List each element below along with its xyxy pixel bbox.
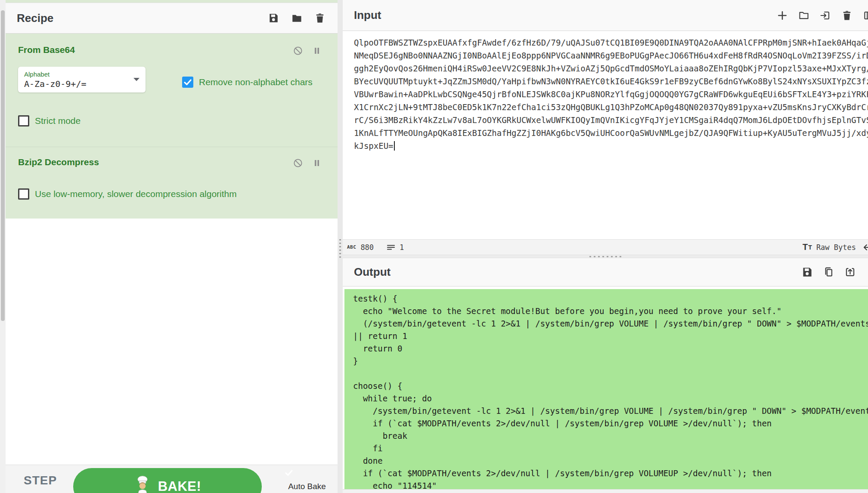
output-panel: Output testk() { echo "Welcome to the Se… xyxy=(343,258,868,493)
output-header: Output xyxy=(343,258,868,287)
operations-scrollbar[interactable] xyxy=(0,0,6,493)
recipe-panel: Recipe From Base64 xyxy=(6,0,338,493)
auto-bake-control[interactable]: Auto Bake xyxy=(283,467,331,491)
low-memory-checkbox[interactable]: Use low-memory, slower decompression alg… xyxy=(18,188,237,200)
open-folder-icon[interactable] xyxy=(798,10,809,21)
input-title: Input xyxy=(354,9,381,22)
code-line: if (`cat $MODPATH/events 2>/dev/null | /… xyxy=(353,417,868,430)
maximise-output-icon[interactable] xyxy=(844,266,856,278)
strict-mode-checkbox[interactable]: Strict mode xyxy=(18,115,81,126)
code-line: VBUwrBawin+AaDPkLwbCSQNge45QjrBfoNLEJSWk… xyxy=(354,88,868,101)
input-footer: ABC 880 1 TT Raw Bytes xyxy=(343,239,868,255)
open-input-icon[interactable] xyxy=(820,10,831,21)
code-line: (/system/bin/getevent -lc 1 2>&1 | /syst… xyxy=(353,317,868,330)
recipe-title: Recipe xyxy=(17,12,53,25)
code-line: BYecUVQUUTMptuykt+JqZZmJSM0dQ/YaHpifbwN3… xyxy=(354,75,868,88)
encoding-selector[interactable]: Raw Bytes xyxy=(816,243,856,252)
auto-bake-label: Auto Bake xyxy=(283,482,331,491)
checkbox-unchecked[interactable] xyxy=(18,115,29,126)
left-arrow-icon[interactable] xyxy=(862,242,868,253)
clear-recipe-trash-icon[interactable] xyxy=(314,12,326,24)
cyberchef-app: Recipe From Base64 xyxy=(0,0,868,493)
recipe-controls-bar: STEP BAKE! Auto Bake xyxy=(6,465,338,493)
code-line: rC/S6i3MBzRikY4kZzLw7v8aL7oOYKGRkUCWxelw… xyxy=(354,114,868,126)
input-textarea[interactable]: QlpoOTFBWSZTWZspxEUAAfxfgFAwdef/6zfHz6D/… xyxy=(343,31,868,239)
code-line: done xyxy=(353,455,868,467)
pause-operation-icon[interactable] xyxy=(312,46,322,56)
code-line: /system/bin/getevent -lc 1 2>&1 | /syste… xyxy=(353,405,868,417)
code-line: if (`cat $MODPATH/events 2>/dev/null | /… xyxy=(353,467,868,480)
remove-nonalphabet-checkbox[interactable]: Remove non-alphabet chars xyxy=(182,77,313,88)
character-count-icon: ABC xyxy=(347,244,356,250)
save-output-icon[interactable] xyxy=(801,266,813,278)
output-title: Output xyxy=(354,265,391,279)
scrollbar-thumb[interactable] xyxy=(1,10,5,321)
chef-icon xyxy=(134,475,151,493)
encoding-icon[interactable]: T xyxy=(803,242,808,252)
disable-operation-icon[interactable] xyxy=(293,158,303,168)
operation-bzip2-decompress[interactable]: Bzip2 Decompress Use low-memory, slower … xyxy=(6,147,338,219)
auto-bake-checkbox[interactable] xyxy=(283,467,331,478)
code-line: || return 1 xyxy=(353,330,868,342)
code-line: fi xyxy=(353,442,868,455)
alphabet-select[interactable]: Alphabet A-Za-z0-9+/= xyxy=(18,67,146,92)
clipped-icon[interactable] xyxy=(863,10,868,21)
alphabet-label: Alphabet xyxy=(24,71,146,78)
line-count: 1 xyxy=(400,243,404,252)
bake-button[interactable]: BAKE! xyxy=(73,468,262,493)
checkbox-unchecked[interactable] xyxy=(18,188,29,200)
io-splitter[interactable] xyxy=(343,255,868,258)
character-count: 880 xyxy=(360,243,374,252)
code-line: X1CrnXc2jLN+9tMTJ8beC0ED5k1K7n22efCha1ci… xyxy=(354,101,868,114)
output-footer xyxy=(343,489,868,493)
save-recipe-icon[interactable] xyxy=(268,12,279,24)
chevron-down-icon xyxy=(133,78,140,81)
input-panel: Input QlpoOTFBWSZTWZspxEUAAfxfg xyxy=(343,0,868,255)
copy-output-icon[interactable] xyxy=(823,266,834,278)
operation-title: From Base64 xyxy=(18,45,75,55)
alphabet-value: A-Za-z0-9+/= xyxy=(24,79,146,89)
recipe-empty-area xyxy=(6,219,338,465)
code-line: } xyxy=(353,355,868,367)
code-line: choose() { xyxy=(353,380,868,392)
pause-operation-icon[interactable] xyxy=(312,158,322,168)
code-line: NMeqDSEJ6gNBo0NNAAZNGjI0NBoAAlEjEo8ppp6N… xyxy=(354,49,868,62)
checkbox-label: Remove non-alphabet chars xyxy=(199,77,313,87)
code-line: return 0 xyxy=(353,342,868,355)
line-count-icon xyxy=(387,244,395,251)
code-line: testk() { xyxy=(353,293,868,305)
checkbox-checked[interactable] xyxy=(182,77,193,88)
code-line: ggh2EyQovQos26HmeniQH4iRSw0JeeVV2C9E8NkJ… xyxy=(354,62,868,75)
code-line: break xyxy=(353,430,868,442)
code-line xyxy=(353,367,868,380)
input-header: Input xyxy=(343,0,868,31)
add-input-icon[interactable] xyxy=(777,10,788,21)
disable-operation-icon[interactable] xyxy=(293,46,303,56)
bake-label: BAKE! xyxy=(158,479,202,493)
checkbox-label: Strict mode xyxy=(35,116,81,126)
checkbox-label: Use low-memory, slower decompression alg… xyxy=(35,189,237,199)
code-line: echo "114514" xyxy=(353,480,868,490)
code-line: 1KnALfTTYMeOUngApQKa8IExBIGZhafHgZZjI0HA… xyxy=(354,126,868,139)
operation-from-base64[interactable]: From Base64 Alphabet A-Za-z0-9+/= xyxy=(6,34,338,147)
code-line: kJspxEU= xyxy=(354,139,868,152)
step-button[interactable]: STEP xyxy=(24,474,57,487)
panel-splitter[interactable] xyxy=(338,239,342,258)
load-recipe-folder-icon[interactable] xyxy=(291,12,302,24)
output-textarea[interactable]: testk() { echo "Welcome to the Secret mo… xyxy=(343,287,868,490)
code-line: while true; do xyxy=(353,392,868,405)
code-line: QlpoOTFBWSZTWZspxEUAAfxfgFAwdef/6zfHz6D/… xyxy=(354,36,868,49)
code-line: echo "Welcome to the Secret module!But b… xyxy=(353,305,868,317)
recipe-header: Recipe xyxy=(6,3,338,34)
output-highlighted-text: testk() { echo "Welcome to the Secret mo… xyxy=(344,289,868,490)
clear-input-trash-icon[interactable] xyxy=(841,10,852,21)
operation-title: Bzip2 Decompress xyxy=(18,157,99,167)
